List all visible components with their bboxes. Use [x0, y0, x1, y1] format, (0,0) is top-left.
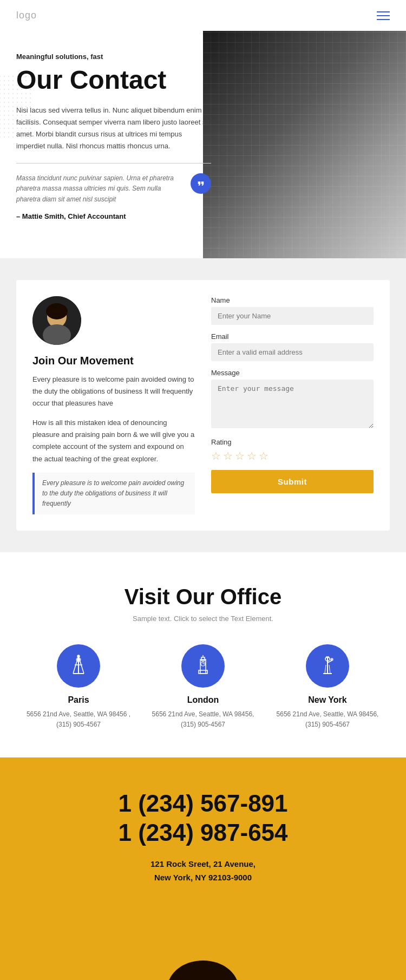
- contact-address: 121 Rock Sreet, 21 Avenue,New York, NY 9…: [16, 857, 390, 885]
- name-field-group: Name: [211, 296, 374, 325]
- hamburger-line-1: [377, 11, 390, 12]
- avatar-svg: [32, 296, 81, 345]
- svg-line-22: [325, 665, 326, 674]
- svg-point-9: [77, 655, 80, 657]
- paris-name: Paris: [68, 695, 89, 705]
- message-field-group: Message: [211, 369, 374, 430]
- star-3[interactable]: ☆: [235, 449, 245, 462]
- quotemark-icon: [196, 179, 206, 188]
- message-label: Message: [211, 369, 374, 377]
- office-london: London 5656 21nd Ave, Seattle, WA 98456,…: [141, 644, 265, 730]
- woman-svg: [111, 906, 295, 980]
- star-1[interactable]: ☆: [211, 449, 221, 462]
- name-label: Name: [211, 296, 374, 304]
- section2-inner: Join Our Movement Every pleasure is to w…: [16, 280, 390, 531]
- london-name: London: [187, 695, 219, 705]
- quote-icon: [191, 173, 211, 194]
- hero-title: Our Contact: [16, 66, 211, 95]
- hero-description: Nisi lacus sed viverra tellus in. Nunc a…: [16, 104, 211, 152]
- yellow-contact-section: 1 (234) 567-891 1 (234) 987-654 121 Rock…: [0, 757, 406, 980]
- hamburger-menu[interactable]: [377, 11, 390, 20]
- hero-divider: [16, 163, 211, 164]
- hero-left: Meaningful solutions, fast Our Contact N…: [16, 53, 222, 220]
- visit-office-section: Visit Our Office Sample text. Click to s…: [0, 552, 406, 757]
- join-desc1: Every pleasure is to welcome pain avoide…: [32, 374, 195, 409]
- hamburger-line-2: [377, 15, 390, 16]
- navbar: logo: [0, 0, 406, 31]
- newyork-address: 5656 21nd Ave, Seattle, WA 98456, (315) …: [273, 709, 382, 730]
- star-4[interactable]: ☆: [247, 449, 257, 462]
- join-column: Join Our Movement Every pleasure is to w…: [32, 296, 195, 514]
- london-icon-circle: [181, 644, 225, 688]
- phone2: 1 (234) 987-654: [16, 819, 390, 846]
- rating-group: Rating ☆ ☆ ☆ ☆ ☆: [211, 438, 374, 462]
- office-paris: Paris 5656 21nd Ave, Seattle, WA 98456 ,…: [16, 644, 141, 730]
- visit-subtitle: Sample text. Click to select the Text El…: [16, 615, 390, 623]
- rating-label: Rating: [211, 438, 374, 446]
- london-icon: [191, 654, 215, 678]
- svg-point-21: [331, 658, 333, 661]
- logo: logo: [16, 10, 37, 21]
- email-input[interactable]: [211, 343, 374, 361]
- email-label: Email: [211, 332, 374, 341]
- star-rating[interactable]: ☆ ☆ ☆ ☆ ☆: [211, 449, 374, 462]
- avatar: [32, 296, 81, 345]
- hero-quote-box: Massa tincidunt nunc pulvinar sapien. Ur…: [16, 173, 211, 205]
- star-2[interactable]: ☆: [223, 449, 233, 462]
- message-textarea[interactable]: [211, 380, 374, 428]
- woman-figure: [111, 906, 295, 980]
- join-title: Join Our Movement: [32, 355, 195, 367]
- hero-attribution: – Mattie Smith, Chief Accountant: [16, 212, 211, 220]
- svg-line-23: [329, 665, 330, 674]
- join-desc2: How is all this mistaken idea of denounc…: [32, 417, 195, 465]
- star-5[interactable]: ☆: [259, 449, 269, 462]
- newyork-name: New York: [308, 695, 346, 705]
- building-grid-overlay: [203, 31, 406, 258]
- contact-form: Name Email Message Rating ☆ ☆ ☆ ☆ ☆: [211, 296, 374, 514]
- paris-icon-circle: [57, 644, 100, 688]
- join-blockquote-text: Every pleasure is to welcome pain avoide…: [42, 478, 187, 509]
- svg-point-2: [46, 303, 68, 319]
- phone1: 1 (234) 567-891: [16, 790, 390, 817]
- london-address: 5656 21nd Ave, Seattle, WA 98456, (315) …: [149, 709, 257, 730]
- hero-quote-text: Massa tincidunt nunc pulvinar sapien. Ur…: [16, 173, 184, 205]
- offices-list: Paris 5656 21nd Ave, Seattle, WA 98456 ,…: [16, 644, 390, 730]
- hero-subtitle: Meaningful solutions, fast: [16, 53, 211, 61]
- hero-image: [203, 31, 406, 258]
- office-newyork: New York 5656 21nd Ave, Seattle, WA 9845…: [265, 644, 390, 730]
- hamburger-line-3: [377, 19, 390, 20]
- building-image: [203, 31, 406, 258]
- paris-icon: [67, 654, 90, 678]
- join-blockquote: Every pleasure is to welcome pain avoide…: [32, 473, 195, 515]
- svg-point-27: [168, 961, 238, 980]
- svg-rect-12: [201, 657, 205, 661]
- visit-title: Visit Our Office: [16, 585, 390, 609]
- name-input[interactable]: [211, 307, 374, 325]
- submit-button[interactable]: Submit: [211, 470, 374, 493]
- newyork-icon-circle: [306, 644, 349, 688]
- newyork-icon: [316, 654, 339, 678]
- hero-section: Meaningful solutions, fast Our Contact N…: [0, 31, 406, 258]
- paris-address: 5656 21nd Ave, Seattle, WA 98456 , (315)…: [24, 709, 133, 730]
- join-form-section: Join Our Movement Every pleasure is to w…: [0, 258, 406, 552]
- email-field-group: Email: [211, 332, 374, 361]
